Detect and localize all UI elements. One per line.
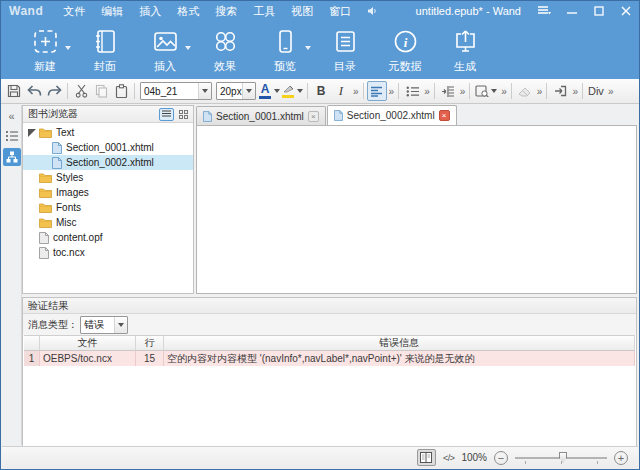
zoom-level: 100% [461, 452, 487, 463]
folder-icon [39, 172, 52, 183]
tab-section-0001[interactable]: Section_0001.xhtml × [196, 106, 326, 125]
tree-item-label: Fonts [56, 202, 81, 213]
menu-insert[interactable]: 插入 [131, 1, 169, 21]
overflow-chevron[interactable]: » [606, 86, 615, 97]
validation-error-row[interactable]: 1 OEBPS/toc.ncx 15 空的内容对内容模型 '(navInfo*,… [24, 351, 635, 366]
redo-button[interactable] [44, 81, 64, 101]
ribbon-toc-button[interactable]: 目录 [315, 24, 375, 79]
bullet-list-button[interactable] [402, 81, 422, 101]
tab-close-button[interactable]: × [439, 110, 450, 121]
ribbon-cover-button[interactable]: 封面 [75, 24, 135, 79]
toolbar-menu-button[interactable] [531, 1, 558, 21]
tree-item-fonts-folder[interactable]: Fonts [23, 200, 193, 215]
ribbon-label: 插入 [154, 59, 176, 74]
tree-item-section-0001[interactable]: Section_0001.xhtml [23, 140, 193, 155]
align-left-button[interactable] [367, 81, 387, 101]
font-color-button[interactable]: A [259, 81, 280, 101]
ribbon-metadata-button[interactable]: i 元数据 [375, 24, 435, 79]
ribbon-generate-button[interactable]: 生成 [435, 24, 495, 79]
minimize-button[interactable] [558, 1, 585, 21]
menu-format[interactable]: 格式 [169, 1, 207, 21]
tree-item-misc-folder[interactable]: Misc [23, 215, 193, 230]
column-header-line[interactable]: 行 [136, 336, 164, 351]
indent-button[interactable] [438, 81, 458, 101]
collapse-panel-button[interactable]: « [3, 108, 21, 124]
xhtml-file-icon [52, 142, 62, 154]
column-header-rownum[interactable] [24, 336, 40, 351]
highlight-color-button[interactable] [282, 81, 303, 101]
ribbon-preview-button[interactable]: 预览 [255, 24, 315, 79]
tree-item-toc-ncx[interactable]: toc.ncx [23, 245, 193, 260]
tree-item-images-folder[interactable]: Images [23, 185, 193, 200]
message-type-label: 消息类型： [28, 318, 78, 332]
overflow-chevron[interactable]: » [387, 86, 396, 97]
page-preview-button[interactable] [473, 81, 499, 101]
overflow-chevron[interactable]: » [535, 86, 544, 97]
validation-table: 文件 行 错误信息 1 OEBPS/toc.ncx 15 空的内容对内容模型 '… [24, 335, 635, 445]
cut-button[interactable] [71, 81, 91, 101]
menu-edit[interactable]: 编辑 [93, 1, 131, 21]
toolbar-separator [582, 83, 583, 99]
overflow-chevron[interactable]: » [499, 86, 508, 97]
error-file: OEBPS/toc.ncx [40, 351, 136, 366]
menu-view[interactable]: 视图 [283, 1, 321, 21]
toolbar-separator [511, 83, 512, 99]
speaker-icon[interactable] [367, 6, 378, 16]
highlight-color-swatch [282, 95, 294, 98]
zoom-out-button[interactable]: − [494, 451, 508, 465]
book-browser-sitemap-icon[interactable] [3, 148, 21, 166]
tree-item-label: Images [56, 187, 89, 198]
expander-icon[interactable] [28, 129, 36, 137]
tree-item-content-opf[interactable]: content.opf [23, 230, 193, 245]
undo-button[interactable] [24, 81, 44, 101]
grid-view-button[interactable] [176, 108, 191, 121]
insert-section-button[interactable] [550, 81, 570, 101]
save-button[interactable] [4, 81, 24, 101]
menu-file[interactable]: 文件 [55, 1, 93, 21]
tree-item-text-folder[interactable]: Text [23, 125, 193, 140]
error-line: 15 [136, 351, 164, 366]
tree-item-styles-folder[interactable]: Styles [23, 170, 193, 185]
menu-tools[interactable]: 工具 [245, 1, 283, 21]
chevron-down-icon [274, 89, 280, 93]
zoom-slider[interactable] [515, 451, 607, 465]
overflow-chevron[interactable]: » [570, 86, 579, 97]
chevron-down-icon [65, 46, 71, 50]
font-size-select[interactable]: 20px [216, 82, 256, 100]
ribbon-insert-button[interactable]: 插入 [135, 24, 195, 79]
zoom-in-button[interactable]: + [614, 451, 628, 465]
ribbon-toolbar: 新建 封面 插入 效果 预览 [1, 21, 639, 79]
div-button[interactable]: Div [586, 81, 606, 101]
tab-section-0002[interactable]: Section_0002.xhtml × [327, 105, 457, 125]
overflow-chevron[interactable]: » [351, 86, 360, 97]
eraser-button[interactable] [515, 81, 535, 101]
document-editor[interactable] [196, 125, 637, 294]
folder-icon [39, 127, 52, 138]
overflow-chevron[interactable]: » [458, 86, 467, 97]
italic-button[interactable]: I [331, 81, 351, 101]
list-view-icon[interactable] [3, 128, 21, 144]
ribbon-new-button[interactable]: 新建 [15, 24, 75, 79]
column-header-file[interactable]: 文件 [40, 336, 136, 351]
xhtml-file-icon [334, 110, 343, 121]
code-view-button[interactable]: </> [443, 453, 455, 463]
metadata-info-icon: i [392, 24, 419, 58]
maximize-button[interactable] [585, 1, 612, 21]
tree-item-section-0002[interactable]: Section_0002.xhtml [23, 155, 193, 170]
font-family-select[interactable]: 04b_21 [140, 82, 212, 100]
book-view-button[interactable] [417, 449, 436, 466]
close-button[interactable] [612, 1, 639, 21]
folder-icon [39, 217, 52, 228]
detail-view-button[interactable] [159, 108, 174, 121]
bold-button[interactable]: B [311, 81, 331, 101]
book-browser-header: 图书浏览器 [23, 106, 193, 123]
paste-button[interactable] [111, 81, 131, 101]
menu-window[interactable]: 窗口 [321, 1, 359, 21]
tab-close-button[interactable]: × [308, 111, 319, 122]
message-type-select[interactable]: 错误 [80, 316, 128, 334]
ribbon-effects-button[interactable]: 效果 [195, 24, 255, 79]
overflow-chevron[interactable]: » [422, 86, 431, 97]
menu-search[interactable]: 搜索 [207, 1, 245, 21]
column-header-message[interactable]: 错误信息 [164, 336, 635, 351]
copy-button[interactable] [91, 81, 111, 101]
